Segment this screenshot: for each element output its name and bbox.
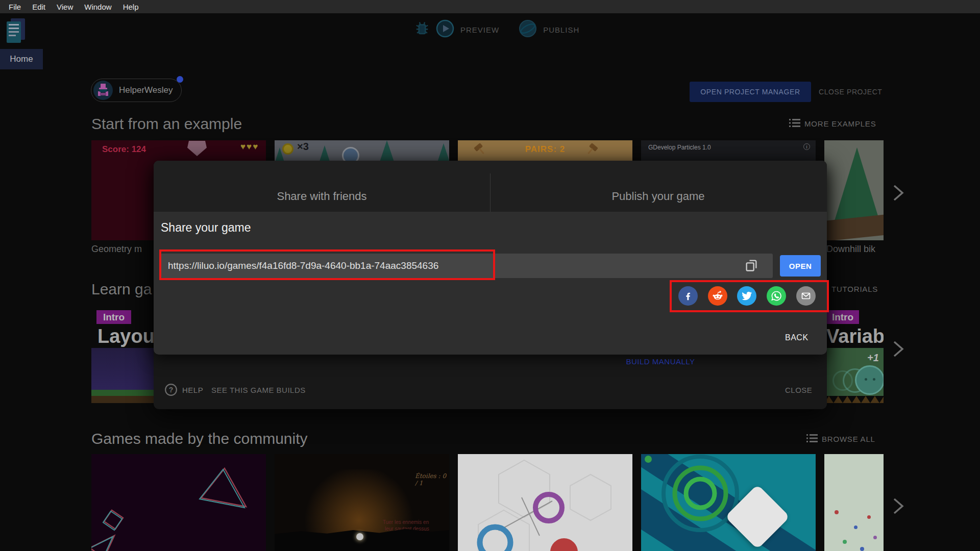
close-project-button[interactable]: CLOSE PROJECT [819,88,883,96]
community-thumbnail-row: Étoiles : 0 / 1 Tuer les ennemis en leur… [91,454,884,551]
menu-help[interactable]: Help [117,3,144,11]
stars-counter-label: Étoiles : 0 / 1 [415,472,449,487]
build-manually-link[interactable]: BUILD MANUALLY [620,357,701,366]
community-thumb-night[interactable]: Étoiles : 0 / 1 Tuer les ennemis en leur… [275,454,449,551]
intro-badge: Intro [96,310,131,324]
caption-geometry-monster: Geometry m [91,244,142,255]
browse-all-link[interactable]: BROWSE ALL [806,434,875,444]
caption-downhill: Downhill bik [826,244,875,255]
toolbar: PREVIEW PUBLISH [414,19,579,40]
tutorial-title: Variab [824,324,884,348]
gdevelop-logo-icon [7,17,28,44]
hearts-label: ♥♥♥ [240,142,259,152]
example-thumb-downhill[interactable] [824,140,884,240]
section-title-examples: Start from an example [91,115,242,133]
list-icon [789,118,800,129]
mallet-icon [472,141,487,159]
publish-button[interactable]: PUBLISH [543,26,579,34]
coin-icon [282,143,293,155]
ghost-character [855,365,884,395]
tab-publish-your-game[interactable]: Publish your game [490,161,826,212]
scroll-right-chevron[interactable] [890,184,905,202]
community-thumb-pale[interactable] [824,454,884,551]
more-examples-label: MORE EXAMPLES [804,119,876,128]
coin-count-label: ×3 [297,141,309,153]
tutorials-label: TUTORIALS [831,285,878,293]
more-examples-link[interactable]: MORE EXAMPLES [789,118,876,129]
open-game-button[interactable]: OPEN [780,255,821,277]
scroll-right-chevron[interactable] [890,340,905,358]
player-ball [356,533,363,540]
publish-globe-icon[interactable] [519,19,537,40]
list-icon [806,434,818,444]
notification-dot [177,76,183,83]
see-builds-link[interactable]: SEE THIS GAME BUILDS [211,386,306,394]
particles-label: GDevelop Particles 1.0 [648,144,711,151]
tutorial-thumb-variables[interactable]: +1 Intro Variab [824,305,884,403]
section-title-learn: Learn ga [91,281,152,298]
scroll-right-chevron[interactable] [890,497,905,515]
copy-icon[interactable] [744,258,758,272]
debug-icon[interactable] [414,20,430,39]
menu-bar: File Edit View Window Help [0,0,980,13]
close-dialog-button[interactable]: CLOSE [785,386,812,394]
intro-badge: Intro [826,310,859,324]
hint-text: Tuer les ennemis en [383,519,429,525]
menu-view[interactable]: View [51,3,79,11]
annotation-box-url [159,249,495,280]
share-dialog-title: Share your game [161,221,251,235]
score-label: Score: 124 [102,144,146,155]
help-link[interactable]: HELP [182,386,203,394]
app-window: File Edit View Window Help PREVIEW PUBLI… [0,0,980,551]
browse-all-label: BROWSE ALL [822,435,875,443]
tab-home[interactable]: Home [0,49,43,69]
back-button[interactable]: BACK [785,333,808,342]
user-profile-chip[interactable]: HelperWesley [91,79,182,102]
avatar [93,81,113,100]
plus-one-label: +1 [867,352,879,364]
section-title-community: Games made by the community [91,430,308,447]
info-icon[interactable]: i [803,143,810,150]
menu-edit[interactable]: Edit [27,3,51,11]
community-thumb-teal[interactable] [641,454,816,551]
menu-window[interactable]: Window [79,3,117,11]
annotation-box-social [670,280,829,312]
monster-shape [187,141,207,156]
open-project-manager-button[interactable]: OPEN PROJECT MANAGER [690,82,811,102]
tab-share-with-friends[interactable]: Share with friends [154,161,490,212]
preview-button[interactable]: PREVIEW [460,26,499,34]
tutorials-link[interactable]: TUTORIALS [831,285,878,293]
community-thumb-rings[interactable] [458,454,632,551]
tab-divider [490,173,491,212]
username-label: HelperWesley [119,85,173,95]
menu-file[interactable]: File [3,3,27,11]
community-thumb-neon[interactable] [91,454,266,551]
help-icon[interactable]: ? [164,383,178,398]
mallet-icon [584,141,600,159]
svg-text:?: ? [169,386,174,394]
preview-play-icon[interactable] [436,19,454,40]
